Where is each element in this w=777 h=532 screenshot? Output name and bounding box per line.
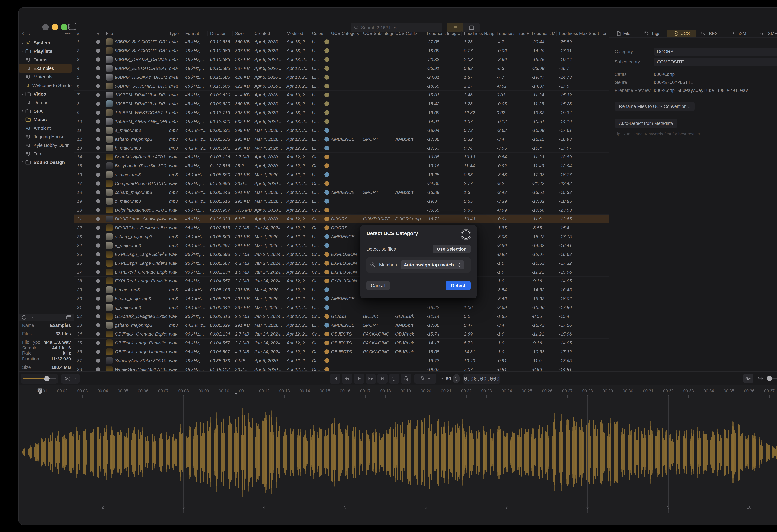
column-header-ucs-category[interactable]: UCS Category bbox=[329, 31, 360, 36]
subcategory-dropdown[interactable]: COMPOSITE bbox=[654, 58, 777, 66]
table-row[interactable]: 8100BPM_DRACULA_DRU...m4a48 kHz,...00:09… bbox=[75, 99, 609, 108]
table-row[interactable]: 590BPM_ITSOKAY_DRUM...m4a48 kHz,...00:10… bbox=[75, 73, 609, 82]
table-row[interactable]: 30fsharp_major.mp3mp344.1 kHz...00:05.23… bbox=[75, 294, 609, 303]
column-header-modified[interactable]: Modified bbox=[284, 31, 309, 36]
match-mode-dropdown[interactable]: Auto assign top match bbox=[401, 260, 464, 270]
table-row[interactable]: 36OBJPack_Large Underwa...wav96 kHz,...0… bbox=[75, 347, 609, 356]
table-row[interactable]: 35OBJPack_Large Realistic...wav96 kHz,..… bbox=[75, 338, 609, 347]
table-row[interactable]: 34OBJPack_Grenade Explos...wav96 kHz,...… bbox=[75, 330, 609, 338]
table-row[interactable]: 20DolphinBottlenoseC AT0...wav48 kHz,...… bbox=[75, 206, 609, 215]
bpm-stepper[interactable] bbox=[453, 374, 459, 383]
column-header-type[interactable]: Type bbox=[166, 31, 183, 36]
sidebar-item-music[interactable]: Music bbox=[19, 115, 72, 124]
column-header-loudness-max-short-term[interactable]: Loudness Max Short-Term bbox=[556, 31, 608, 36]
table-row[interactable]: 32GLASBrk_Designed Explo...wav96 kHz,...… bbox=[75, 312, 609, 321]
table-row[interactable]: 690BPM_SUNSHINE_DRU...m4a48 kHz,...00:10… bbox=[75, 82, 609, 91]
sidebar-item-drums[interactable]: Drums bbox=[19, 56, 72, 64]
table-row[interactable]: 28EXPLReal_Large Realistic...wav96 kHz,.… bbox=[75, 277, 609, 286]
column-header-file[interactable]: File bbox=[103, 31, 166, 36]
tree-chevron-icon[interactable] bbox=[21, 161, 25, 164]
table-row[interactable]: 14BearGrizzlyBreaths AT03...wav48 kHz,..… bbox=[75, 152, 609, 162]
skip-start-button[interactable] bbox=[330, 374, 340, 384]
color-circle-icon[interactable] bbox=[21, 315, 27, 320]
sidebar-more-button[interactable]: ••• bbox=[65, 31, 71, 36]
table-row[interactable]: 18csharp_major.mp3mp344.1 kHz...00:05.24… bbox=[75, 188, 609, 197]
bpm-value[interactable]: 60 bbox=[446, 376, 451, 382]
table-row[interactable]: 26EXPLDsgn_Large Underw...wav96 kHz,...0… bbox=[75, 259, 609, 268]
table-row[interactable]: 24e_major.mp3mp344.1 kHz...00:05.297291 … bbox=[75, 241, 609, 250]
column-header-color-dot[interactable]: ● bbox=[90, 31, 103, 36]
sidebar-item-video[interactable]: Video bbox=[19, 90, 72, 98]
column-header-ucs-subcategory[interactable]: UCS Subcategory bbox=[360, 31, 393, 36]
tab-xmp[interactable]: XMP bbox=[754, 30, 777, 37]
waveform-canvas[interactable] bbox=[19, 401, 777, 504]
detect-button[interactable]: Detect bbox=[446, 281, 470, 290]
column-header-loudness-true-peak[interactable]: Loudness True Peak bbox=[494, 31, 529, 36]
table-row[interactable]: 29f_major.mp3mp344.1 kHz...00:05.163291 … bbox=[75, 286, 609, 294]
sidebar-item-examples[interactable]: Examples bbox=[19, 64, 72, 73]
tree-chevron-icon[interactable] bbox=[21, 92, 25, 96]
column-header-colors[interactable]: Colors bbox=[309, 31, 329, 36]
column-header-format[interactable]: Format bbox=[183, 31, 208, 36]
chevron-down-icon[interactable] bbox=[440, 377, 444, 381]
column-header-loudness-max[interactable]: Loudness Max bbox=[529, 31, 556, 36]
sidebar-item-jogging-house[interactable]: Jogging House bbox=[19, 132, 72, 141]
table-row[interactable]: 22DOORGlas_Designed Exp...wav96 kHz,...0… bbox=[75, 223, 609, 232]
auto-detect-metadata-button[interactable]: Auto-Detect from Metadata bbox=[615, 119, 677, 128]
sidebar-item-system[interactable]: System bbox=[19, 38, 72, 47]
column-header-loudness-integrated[interactable]: Loudness Integrated bbox=[424, 31, 461, 36]
cancel-button[interactable]: Cancel bbox=[366, 281, 390, 290]
table-row[interactable]: 7100BPM_DRACULA_DRU...m4a48 kHz,...00:09… bbox=[75, 91, 609, 99]
play-button[interactable] bbox=[354, 374, 364, 384]
table-row[interactable]: 12asharp_major.mp3mp344.1 kHz...00:05.53… bbox=[75, 135, 609, 144]
table-row[interactable]: 27EXPLReal_Grenade Explo...wav96 kHz,...… bbox=[75, 268, 609, 277]
table-row[interactable]: 17ComputerRoom BT01010...wav48 kHz,...01… bbox=[75, 179, 609, 188]
table-row[interactable]: 290BPM_BLACKOUT_DRU...m4a48 kHz,...00:10… bbox=[75, 46, 609, 55]
table-row[interactable]: 31g_major.mp3mp344.1 kHz...00:05.042287 … bbox=[75, 303, 609, 312]
column-header-size[interactable]: Size bbox=[232, 31, 252, 36]
sidebar-item-ambient[interactable]: Ambient bbox=[19, 124, 72, 132]
sidebar-item-playlists[interactable]: Playlists bbox=[19, 47, 72, 56]
table-row[interactable]: 15BusyLondonTrainStn 3D0...wav48 kHz,...… bbox=[75, 162, 609, 170]
volume-slider[interactable] bbox=[21, 374, 58, 384]
edit-cursor[interactable] bbox=[236, 395, 236, 515]
volume-knob[interactable] bbox=[44, 376, 49, 381]
tab-ucs[interactable]: UCS bbox=[667, 30, 696, 37]
column-header-ucs-catid[interactable]: UCS CatID bbox=[393, 31, 424, 36]
card-icon[interactable] bbox=[66, 315, 72, 320]
loop-button[interactable] bbox=[389, 374, 400, 384]
autoplay-button[interactable] bbox=[401, 374, 411, 384]
tab-ixml[interactable]: iXML bbox=[725, 30, 754, 37]
metronome-button[interactable] bbox=[414, 374, 436, 384]
forward-button[interactable]: › bbox=[29, 31, 30, 36]
table-row[interactable]: 21DOORComp_SubwayAwa...wav48 kHz,...00:3… bbox=[75, 215, 609, 223]
use-selection-button[interactable]: Use Selection bbox=[433, 245, 470, 253]
column-header-created[interactable]: Created bbox=[252, 31, 284, 36]
sidebar-item-tap[interactable]: Tap bbox=[19, 149, 72, 158]
sidebar-item-sound-design[interactable]: Sound Design bbox=[19, 158, 72, 167]
table-row[interactable]: 9140BPM_WESTCOAST_D...m4a48 kHz,...00:13… bbox=[75, 108, 609, 117]
minimize-button[interactable] bbox=[51, 24, 58, 30]
table-row[interactable]: 190BPM_BLACKOUT_DRU...m4a48 kHz,...00:10… bbox=[75, 37, 609, 46]
sidebar-item-sfx[interactable]: SFX bbox=[19, 107, 72, 115]
table-row[interactable]: 25EXPLDsgn_Large Sci-Fi E...wav96 kHz,..… bbox=[75, 250, 609, 259]
tree-chevron-icon[interactable] bbox=[21, 118, 25, 121]
tree-chevron-icon[interactable] bbox=[21, 109, 25, 113]
table-row[interactable]: 11a_major.mp3mp344.1 kHz...00:05.630299 … bbox=[75, 126, 609, 135]
waveform-view-button[interactable] bbox=[743, 374, 753, 383]
close-button[interactable] bbox=[42, 24, 49, 30]
table-row[interactable]: 10150BPM_AIRPLANE_DRU...m4a48 kHz,...00:… bbox=[75, 117, 609, 126]
table-row[interactable]: 23dsharp_major.mp3mp344.1 kHz...00:05.36… bbox=[75, 232, 609, 241]
tab-tags[interactable]: Tags bbox=[638, 30, 667, 37]
tab-file[interactable]: File bbox=[609, 30, 638, 37]
table-row[interactable]: 38WhaleGreyCallsMult AT0...wav48 kHz,...… bbox=[75, 365, 609, 371]
tab-bext[interactable]: BEXT bbox=[696, 30, 725, 37]
column-header-loudness-range[interactable]: Loudness Range bbox=[461, 31, 494, 36]
broadcast-button[interactable] bbox=[61, 374, 80, 384]
sidebar-item-materials[interactable]: Materials bbox=[19, 73, 72, 81]
table-row[interactable]: 16c_major.mp3mp344.1 kHz...00:05.350291 … bbox=[75, 170, 609, 179]
category-dropdown[interactable]: DOORS bbox=[654, 47, 777, 56]
chevron-down-icon[interactable] bbox=[30, 315, 34, 320]
sidebar-item-kyle-bobby-dunn[interactable]: Kyle Bobby Dunn bbox=[19, 141, 72, 149]
back-button[interactable]: ‹ bbox=[22, 31, 24, 36]
